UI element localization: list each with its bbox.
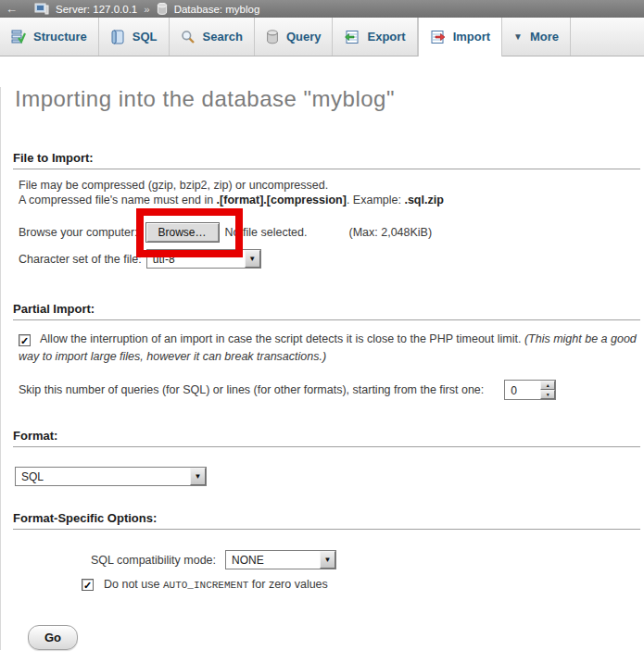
- database-icon: [157, 3, 168, 15]
- zero-values-text: Do not use AUTO_INCREMENT for zero value…: [104, 578, 328, 591]
- skip-queries-value: 0: [505, 381, 540, 399]
- server-icon: [34, 3, 49, 15]
- format-row: SQL ▼: [15, 467, 640, 486]
- go-row: Go: [28, 625, 640, 650]
- structure-icon: [11, 30, 26, 44]
- query-icon: [266, 30, 279, 44]
- tab-sql[interactable]: SQL: [99, 18, 170, 56]
- sql-compatibility-select[interactable]: NONE ▼: [225, 550, 336, 569]
- section-title-partial-import: Partial Import:: [13, 302, 640, 320]
- format-select[interactable]: SQL ▼: [15, 467, 207, 486]
- search-icon: [181, 30, 196, 44]
- help-line2-format: .[format].[compression]: [217, 194, 347, 206]
- charset-label: Character set of the file:: [19, 253, 142, 266]
- allow-interruption-text: Allow the interruption of an import in c…: [40, 332, 524, 345]
- skip-queries-input[interactable]: 0 ▲ ▼: [504, 380, 556, 400]
- import-icon: [430, 30, 446, 44]
- help-line2-example: .sql.zip: [404, 194, 443, 206]
- tab-label: More: [530, 30, 559, 44]
- tab-label: Structure: [33, 30, 87, 44]
- tab-search[interactable]: Search: [170, 18, 255, 56]
- charset-select[interactable]: utf-8 ▼: [146, 249, 261, 269]
- auto-increment-code: AUTO_INCREMENT: [163, 580, 248, 591]
- tab-import[interactable]: Import: [418, 18, 502, 56]
- breadcrumb-bar: ← Server: 127.0.0.1 » Database: myblog: [0, 0, 644, 18]
- back-arrow-icon[interactable]: ←: [6, 2, 28, 16]
- dropdown-arrow-icon[interactable]: ▼: [190, 468, 206, 485]
- page-content: Importing into the database "myblog" Fil…: [0, 87, 644, 650]
- tab-label: Import: [453, 30, 490, 44]
- zero-values-checkbox[interactable]: ✓: [82, 579, 94, 591]
- file-import-help: File may be compressed (gzip, bzip2, zip…: [19, 178, 640, 207]
- tab-label: Query: [286, 30, 322, 44]
- allow-interruption-row: ✓Allow the interruption of an import in …: [19, 331, 640, 366]
- breadcrumb-separator: »: [144, 4, 149, 15]
- skip-queries-label: Skip this number of queries (for SQL) or…: [19, 383, 484, 396]
- charset-row: Character set of the file: utf-8 ▼: [19, 249, 640, 269]
- help-line2-mid: . Example:: [347, 194, 405, 206]
- section-title-format-specific: Format-Specific Options:: [13, 511, 640, 530]
- sql-compatibility-label: SQL compatibility mode:: [91, 554, 216, 567]
- dropdown-arrow-icon[interactable]: ▼: [320, 551, 335, 569]
- allow-interruption-checkbox[interactable]: ✓: [19, 334, 31, 346]
- section-title-file-to-import: File to Import:: [13, 151, 640, 169]
- tab-label: SQL: [133, 30, 158, 44]
- format-select-value: SQL: [16, 468, 190, 485]
- no-file-selected-text: No file selected.: [225, 226, 308, 239]
- spinner-up-icon[interactable]: ▲: [540, 381, 555, 390]
- tab-label: Export: [367, 30, 405, 44]
- tab-query[interactable]: Query: [255, 18, 334, 56]
- go-button[interactable]: Go: [28, 625, 78, 650]
- sql-compatibility-row: SQL compatibility mode: NONE ▼: [91, 550, 640, 569]
- export-icon: [344, 30, 360, 44]
- sql-compatibility-value: NONE: [226, 551, 320, 569]
- section-title-format: Format:: [13, 429, 640, 447]
- browse-button[interactable]: Browse…: [145, 222, 220, 243]
- tab-bar: Structure SQL Search Query Export: [0, 18, 644, 56]
- tab-structure[interactable]: Structure: [0, 18, 99, 56]
- help-line2-prefix: A compressed file's name must end in: [19, 194, 217, 206]
- chevron-down-icon: ▼: [513, 31, 523, 42]
- help-line1: File may be compressed (gzip, bzip2, zip…: [19, 179, 328, 192]
- tab-more[interactable]: ▼ More: [502, 18, 571, 56]
- page-title: Importing into the database "myblog": [15, 87, 640, 111]
- tab-label: Search: [203, 30, 243, 44]
- breadcrumb-server[interactable]: Server: 127.0.0.1: [56, 4, 137, 15]
- browse-row: Browse your computer: Browse… No file se…: [19, 222, 640, 243]
- dropdown-arrow-icon[interactable]: ▼: [245, 250, 260, 268]
- breadcrumb-database[interactable]: Database: myblog: [174, 4, 260, 15]
- browse-label: Browse your computer:: [19, 226, 138, 239]
- charset-select-value: utf-8: [147, 250, 245, 268]
- skip-queries-row: Skip this number of queries (for SQL) or…: [19, 380, 640, 400]
- max-size-text: (Max: 2,048KiB): [348, 226, 432, 239]
- zero-values-row: ✓ Do not use AUTO_INCREMENT for zero val…: [82, 578, 640, 591]
- tab-export[interactable]: Export: [333, 18, 417, 56]
- spinner-down-icon[interactable]: ▼: [540, 390, 555, 399]
- sql-icon: [110, 30, 125, 44]
